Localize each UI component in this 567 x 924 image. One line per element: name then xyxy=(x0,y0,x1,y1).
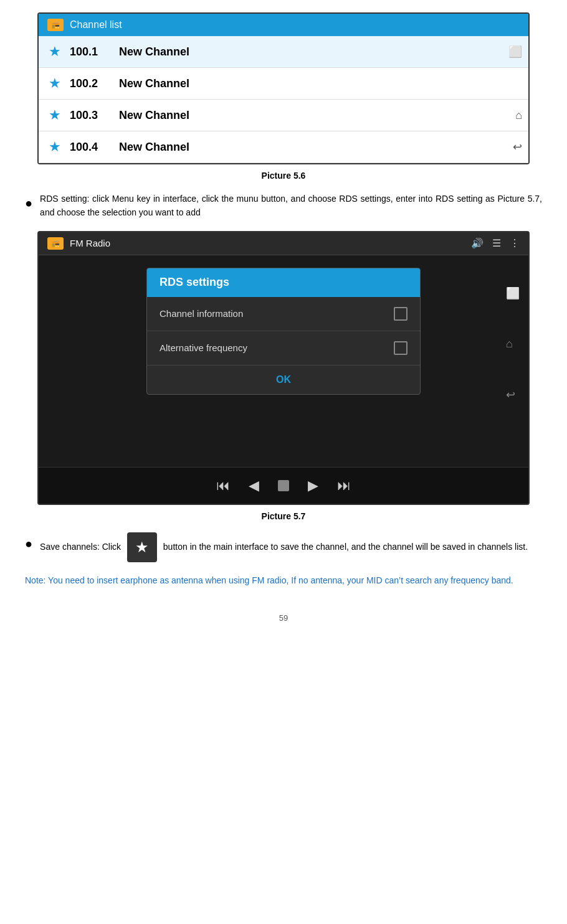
note-text: Note: You need to insert earphone as ant… xyxy=(25,573,542,588)
skip-back-button[interactable]: ⏮ xyxy=(216,478,230,494)
bullet-rds-setting: ● RDS setting: click Menu key in interfa… xyxy=(25,192,542,220)
save-star-box: ★ xyxy=(127,532,157,562)
rds-settings-title: RDS settings xyxy=(147,268,420,296)
fm-side-icons: ⬜ ⌂ ↩ xyxy=(506,286,520,402)
channel-row-3[interactable]: ★ 100.3 New Channel ⌂ xyxy=(39,100,528,131)
skip-forward-button[interactable]: ⏭ xyxy=(337,478,351,494)
star-icon-1: ★ xyxy=(49,44,61,60)
star-icon-4: ★ xyxy=(49,139,61,155)
save-suffix: button in the main interface to save the… xyxy=(163,541,528,551)
radio-icon: 📻 xyxy=(47,19,64,31)
save-prefix: Save channels: Click xyxy=(40,541,121,551)
bullet-save-channels: ● Save channels: Click ★ button in the m… xyxy=(25,532,542,562)
channel-list-screenshot: 📻 Channel list ★ 100.1 New Channel ⬜ ★ 1… xyxy=(37,12,530,164)
bullet-dot-1: ● xyxy=(25,193,32,220)
bullet-rds-text: RDS setting: click Menu key in interface… xyxy=(40,192,542,220)
rds-alt-freq-checkbox[interactable] xyxy=(394,341,407,355)
volume-icon: 🔊 xyxy=(471,237,484,249)
channel-name-4: New Channel xyxy=(119,141,518,154)
rds-alt-freq-label: Alternative frequency xyxy=(160,342,247,353)
bullet-save-text: Save channels: Click ★ button in the mai… xyxy=(40,532,528,562)
channel-name-3: New Channel xyxy=(119,109,518,122)
fm-title: FM Radio xyxy=(70,238,110,248)
channel-name-2: New Channel xyxy=(119,77,518,90)
fm-radio-screenshot: 📻 FM Radio 🔊 ☰ ⋮ RDS settings Channel in… xyxy=(37,231,530,505)
rds-ok-button[interactable]: OK xyxy=(276,374,291,385)
channel-list-header: 📻 Channel list xyxy=(39,14,528,36)
copy-icon-1: ⬜ xyxy=(508,45,522,59)
bullet-dot-2: ● xyxy=(25,534,32,562)
page-number: 59 xyxy=(25,613,542,623)
fm-header: 📻 FM Radio 🔊 ☰ ⋮ xyxy=(39,232,528,255)
home-icon-3: ⌂ xyxy=(515,109,522,122)
freq-3: 100.3 xyxy=(70,109,110,122)
save-icon-wrapper: ★ xyxy=(127,532,157,562)
rds-channel-info-row[interactable]: Channel information xyxy=(147,297,420,331)
stop-button[interactable] xyxy=(278,480,289,491)
star-icon-2: ★ xyxy=(49,75,61,92)
side-copy-icon: ⬜ xyxy=(506,286,520,300)
rds-alt-freq-row[interactable]: Alternative frequency xyxy=(147,331,420,365)
caption-56: Picture 5.6 xyxy=(25,171,542,181)
channel-row-1[interactable]: ★ 100.1 New Channel ⬜ xyxy=(39,36,528,68)
channel-list-title: Channel list xyxy=(70,19,122,31)
rds-dialog: RDS settings Channel information Alterna… xyxy=(146,268,421,395)
freq-4: 100.4 xyxy=(70,141,110,154)
caption-57: Picture 5.7 xyxy=(25,511,542,521)
channel-row-4[interactable]: ★ 100.4 New Channel ↩ xyxy=(39,131,528,163)
save-star-icon: ★ xyxy=(135,535,149,559)
fm-body: RDS settings Channel information Alterna… xyxy=(39,255,528,467)
freq-1: 100.1 xyxy=(70,45,110,59)
prev-button[interactable]: ◀ xyxy=(249,478,259,494)
fm-header-icons: 🔊 ☰ ⋮ xyxy=(471,237,520,249)
more-icon: ⋮ xyxy=(510,237,520,249)
side-back-icon: ↩ xyxy=(506,388,520,402)
side-home-icon: ⌂ xyxy=(506,337,520,351)
fm-controls: ⏮ ◀ ▶ ⏭ xyxy=(39,467,528,504)
back-icon-4: ↩ xyxy=(513,140,522,154)
channel-name-1: New Channel xyxy=(119,45,518,59)
list-icon: ☰ xyxy=(492,237,501,249)
freq-2: 100.2 xyxy=(70,77,110,90)
rds-channel-info-label: Channel information xyxy=(160,308,243,319)
fm-radio-icon: 📻 xyxy=(47,237,64,250)
star-icon-3: ★ xyxy=(49,107,61,123)
channel-row-2[interactable]: ★ 100.2 New Channel xyxy=(39,68,528,100)
rds-channel-info-checkbox[interactable] xyxy=(394,307,407,321)
next-button[interactable]: ▶ xyxy=(308,478,318,494)
rds-ok-section: OK xyxy=(147,365,420,394)
